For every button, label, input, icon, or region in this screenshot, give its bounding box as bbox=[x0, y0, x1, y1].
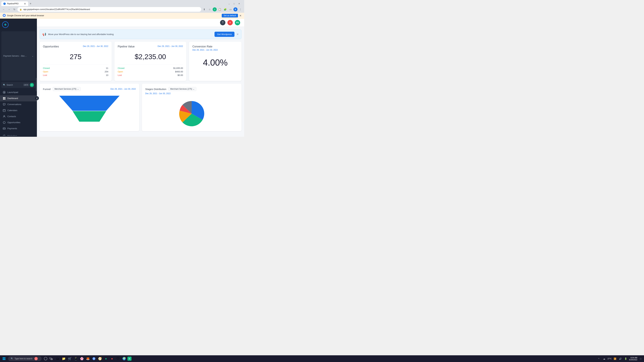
contacts-icon bbox=[3, 115, 6, 118]
pipeline-card-title: Pipeline Value bbox=[118, 45, 135, 48]
sidebar-item-opportunities[interactable]: Opportunities bbox=[0, 119, 37, 125]
pipeline-closed-label: Closed bbox=[118, 67, 124, 69]
svg-marker-27 bbox=[72, 111, 106, 122]
sidebar-header bbox=[0, 18, 37, 31]
stages-title: Stages Distribution bbox=[145, 88, 166, 90]
profile-button[interactable]: B bbox=[234, 7, 238, 11]
main-content: ? ≡ PS 📢 Move your WordPress site to our… bbox=[37, 18, 244, 137]
browser-actions: ⬆ ☆ G 📋 🧩 ▭ B ⋮ bbox=[202, 7, 243, 12]
get-wordpress-button[interactable]: Get Wordpress bbox=[214, 32, 234, 37]
extension-icon-2[interactable]: 📋 bbox=[217, 7, 222, 12]
dashboard-icon bbox=[3, 97, 6, 100]
sidebar-item-dashboard[interactable]: Dashboard bbox=[0, 95, 37, 101]
promo-banner: 📢 Move your WordPress site to our blazin… bbox=[40, 29, 242, 39]
conversion-value: 4.00% bbox=[192, 52, 238, 78]
sidebar-item-contacts[interactable]: Contacts bbox=[0, 113, 37, 119]
help-icon: ? bbox=[222, 21, 224, 24]
stages-dropdown-label: Merchant Services (275) bbox=[170, 88, 192, 90]
refresh-button[interactable]: ↻ bbox=[12, 7, 17, 12]
stages-pie-chart bbox=[145, 96, 238, 128]
stages-distribution-card: Stages Distribution Merchant Services (2… bbox=[142, 84, 242, 131]
promo-close-button[interactable]: ✕ bbox=[236, 33, 239, 36]
back-button[interactable]: ← bbox=[1, 7, 6, 12]
pie-svg bbox=[175, 99, 208, 128]
promo-icon: 📢 bbox=[42, 32, 46, 36]
bookmark-button[interactable]: ☆ bbox=[207, 7, 212, 12]
pipeline-value-card: Pipeline Value Dec 29, 2021 - Jun 30, 20… bbox=[114, 42, 186, 81]
opportunities-label: Opportunities bbox=[8, 121, 20, 124]
open-value: 254 bbox=[105, 70, 108, 73]
forward-button[interactable]: → bbox=[7, 7, 12, 12]
dashboard-label: Dashboard bbox=[8, 97, 18, 99]
contacts-label: Contacts bbox=[8, 115, 16, 118]
menu-button[interactable]: ⋮ bbox=[238, 7, 243, 12]
lost-label: Lost bbox=[43, 74, 47, 76]
funnel-title: Funnel bbox=[43, 88, 51, 90]
stages-date-range: Dec 29, 2021 - Jun 30, 2022 bbox=[145, 92, 238, 95]
topbar-profile-button[interactable]: PS bbox=[235, 20, 240, 25]
pipeline-open-value: $400.00 bbox=[175, 70, 183, 73]
dashboard-bottom: Funnel Merchant Services (275) ⌄ Dec 29,… bbox=[40, 84, 242, 131]
address-bar[interactable]: 🔒 app.gopipelinepro.com/v2/location/ZZo8… bbox=[18, 7, 201, 12]
stages-dropdown[interactable]: Merchant Services (275) ⌄ bbox=[168, 87, 196, 91]
chrome-icon bbox=[3, 14, 6, 17]
sidebar-item-launchpad[interactable]: Launchpad bbox=[0, 89, 37, 95]
sidebar-item-calendars[interactable]: Calendars bbox=[0, 107, 37, 113]
window-controls: ⌄ □ ✕ bbox=[226, 1, 243, 6]
launchpad-label: Launchpad bbox=[8, 91, 18, 93]
opportunities-closed-row: Closed 11 bbox=[43, 66, 108, 70]
svg-rect-17 bbox=[3, 128, 5, 129]
opportunities-stats: Closed 11 Open 254 Lost 10 bbox=[43, 64, 108, 77]
sidebar-item-marketing[interactable]: Marketing bbox=[0, 133, 37, 136]
closed-label: Closed bbox=[43, 67, 50, 69]
sidebar-nav: Launchpad Dashboard Conversations Calend… bbox=[0, 89, 37, 136]
svg-point-4 bbox=[5, 24, 6, 25]
search-placeholder: Search bbox=[6, 84, 22, 86]
account-name: Payment Servers -- Boca... bbox=[3, 55, 27, 57]
address-bar-row: ← → ↻ 🔒 app.gopipelinepro.com/v2/locatio… bbox=[0, 6, 244, 13]
sidebar-item-conversations[interactable]: Conversations bbox=[0, 101, 37, 107]
opportunities-card: Opportunities Dec 29, 2021 - Jun 30, 202… bbox=[40, 42, 112, 81]
help-button[interactable]: ? bbox=[220, 20, 226, 25]
funnel-chart bbox=[43, 92, 136, 122]
extensions-button[interactable]: 🧩 bbox=[223, 7, 228, 12]
sidebar: Payment Servers -- Boca... ⌄ 🔍 Search ct… bbox=[0, 18, 37, 137]
funnel-date-range: Dec 29, 2021 - Jun 30, 2022 bbox=[110, 88, 136, 90]
tab-close-btn[interactable]: ✕ bbox=[24, 2, 26, 5]
conversations-label: Conversations bbox=[8, 103, 21, 106]
conversion-rate-card: Conversion Rate Dec 29, 2021 - Jun 30, 2… bbox=[189, 42, 242, 81]
funnel-dropdown-label: Merchant Services (275) bbox=[54, 88, 76, 90]
active-tab[interactable]: PipelinePRO ✕ bbox=[1, 1, 28, 6]
search-icon: 🔍 bbox=[3, 84, 6, 86]
close-button[interactable]: ✕ bbox=[237, 1, 242, 6]
chat-button[interactable]: ≡ bbox=[228, 20, 233, 25]
svg-rect-7 bbox=[3, 97, 4, 98]
maximize-button[interactable]: □ bbox=[232, 1, 236, 6]
new-tab-button[interactable]: + bbox=[28, 1, 33, 6]
extension-icon[interactable]: G bbox=[213, 7, 217, 11]
sidebar-button[interactable]: ▭ bbox=[228, 7, 233, 12]
pipeline-lost-row: Lost $0.00 bbox=[118, 73, 183, 77]
opportunities-open-row: Open 254 bbox=[43, 70, 108, 73]
svg-marker-26 bbox=[59, 96, 120, 111]
svg-rect-9 bbox=[3, 98, 4, 99]
stages-chevron-icon: ⌄ bbox=[193, 88, 194, 90]
sidebar-collapse-button[interactable]: ❮ bbox=[35, 96, 39, 100]
marketing-icon bbox=[3, 134, 6, 136]
share-button[interactable]: ⬆ bbox=[202, 7, 206, 12]
sidebar-account-selector[interactable]: Payment Servers -- Boca... ⌄ bbox=[1, 31, 36, 81]
search-shortcut-label: ctrl K bbox=[23, 84, 29, 86]
main-topbar: ? ≡ PS bbox=[37, 18, 244, 27]
minimize-button[interactable]: ⌄ bbox=[227, 1, 232, 6]
sidebar-search[interactable]: 🔍 Search ctrl K + bbox=[1, 82, 36, 88]
notification-text: Google Chrome isn't your default browser bbox=[7, 14, 220, 17]
set-default-button[interactable]: Set as default bbox=[222, 14, 238, 17]
open-label: Open bbox=[43, 70, 48, 73]
add-button[interactable]: + bbox=[30, 83, 34, 87]
opportunities-value: 275 bbox=[43, 49, 108, 64]
close-notification-button[interactable]: ✕ bbox=[239, 14, 242, 17]
sidebar-item-payments[interactable]: Payments bbox=[0, 125, 37, 132]
svg-point-6 bbox=[4, 92, 5, 93]
opportunities-date-range: Dec 29, 2021 - Jun 30, 2022 bbox=[83, 45, 108, 47]
funnel-dropdown[interactable]: Merchant Services (275) ⌄ bbox=[53, 87, 81, 91]
